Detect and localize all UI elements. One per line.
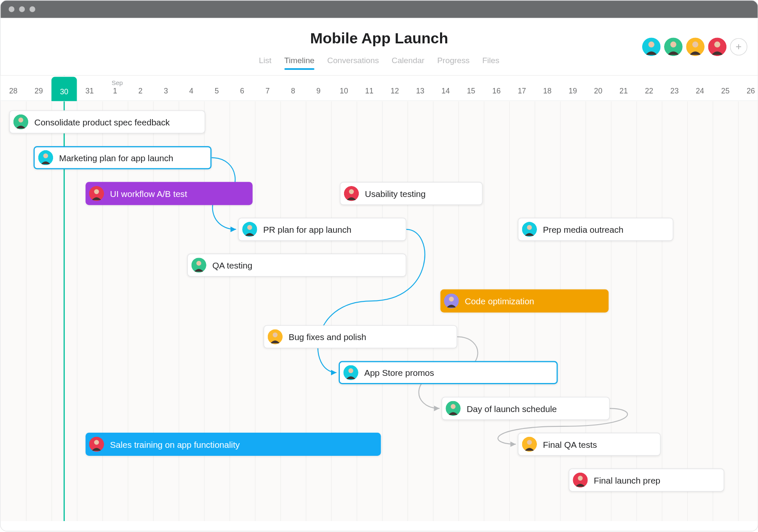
task-label: Sales training on app functionality — [110, 439, 240, 449]
project-members: + — [642, 37, 747, 56]
svg-point-11 — [43, 153, 48, 158]
date-cell[interactable]: 8 — [280, 76, 306, 101]
task-label: Day of launch schedule — [467, 404, 557, 413]
plus-icon: + — [736, 41, 742, 53]
svg-point-9 — [19, 117, 24, 122]
task-label: Code optimization — [465, 296, 534, 306]
month-label: Sep — [112, 79, 123, 86]
date-cell[interactable]: 29 — [26, 76, 51, 101]
date-cell[interactable]: 22 — [636, 76, 662, 101]
add-member-button[interactable]: + — [730, 38, 747, 56]
member-avatar[interactable] — [708, 37, 726, 56]
task-day-launch[interactable]: Day of launch schedule — [442, 397, 610, 420]
task-label: Final QA tests — [543, 439, 597, 449]
tab-files[interactable]: Files — [482, 56, 499, 69]
task-bug-fixes[interactable]: Bug fixes and polish — [264, 325, 457, 348]
assignee-avatar[interactable] — [13, 114, 29, 130]
window-close-icon[interactable] — [9, 6, 15, 12]
task-app-store[interactable]: App Store promos — [339, 361, 558, 384]
tab-conversations[interactable]: Conversations — [327, 56, 379, 69]
date-cell[interactable]: 5 — [204, 76, 229, 101]
window-titlebar — [0, 0, 758, 18]
date-cell[interactable]: 16 — [484, 76, 509, 101]
date-cell-today[interactable]: 30 — [51, 77, 77, 101]
date-cell[interactable]: 17 — [509, 76, 534, 101]
task-label: PR plan for app launch — [263, 224, 351, 234]
member-avatar[interactable] — [642, 37, 661, 56]
window-maximize-icon[interactable] — [29, 6, 35, 12]
assignee-avatar[interactable] — [243, 222, 258, 237]
assignee-avatar[interactable] — [89, 186, 104, 201]
svg-point-19 — [527, 225, 532, 230]
app-window: Mobile App Launch ListTimelineConversati… — [0, 0, 758, 532]
tab-progress[interactable]: Progress — [437, 56, 470, 69]
date-cell[interactable]: 23 — [662, 76, 687, 101]
task-usability[interactable]: Usability testing — [340, 182, 483, 205]
svg-point-15 — [349, 189, 354, 194]
member-avatar[interactable] — [664, 37, 683, 56]
date-cell[interactable]: 19 — [560, 76, 585, 101]
date-cell[interactable]: 25 — [713, 76, 738, 101]
tab-calendar[interactable]: Calendar — [392, 56, 424, 69]
assignee-avatar[interactable] — [522, 222, 537, 237]
date-cell[interactable]: 15 — [458, 76, 483, 101]
assignee-avatar[interactable] — [268, 329, 283, 344]
date-cell[interactable]: 20 — [585, 76, 611, 101]
date-cell[interactable]: 13 — [408, 76, 433, 101]
task-consolidate[interactable]: Consolidate product spec feedback — [9, 110, 205, 133]
date-cell[interactable]: 9 — [306, 76, 331, 101]
svg-point-13 — [94, 189, 99, 194]
date-cell[interactable]: 21 — [611, 76, 636, 101]
assignee-avatar[interactable] — [444, 293, 459, 309]
assignee-avatar[interactable] — [344, 365, 359, 380]
date-cell[interactable]: 11 — [357, 76, 382, 101]
date-cell[interactable]: 24 — [687, 76, 713, 101]
date-cell[interactable]: 4 — [179, 76, 204, 101]
date-cell[interactable]: 18 — [535, 76, 560, 101]
task-marketing[interactable]: Marketing plan for app launch — [34, 146, 212, 169]
task-ui-ab[interactable]: UI workflow A/B test — [86, 182, 253, 205]
timeline-tasks-layer: Consolidate product spec feedbackMarketi… — [0, 76, 758, 521]
task-pr-plan[interactable]: PR plan for app launch — [238, 218, 406, 241]
svg-point-17 — [248, 225, 253, 230]
timeline-view[interactable]: 282930311Sep2345678910111213141516171819… — [0, 76, 758, 521]
svg-point-21 — [197, 261, 202, 266]
task-label: Final launch prep — [594, 475, 660, 485]
svg-point-29 — [451, 404, 456, 409]
date-cell[interactable]: 3 — [153, 76, 179, 101]
task-code-opt[interactable]: Code optimization — [440, 290, 609, 313]
assignee-avatar[interactable] — [446, 401, 461, 416]
date-cell[interactable]: 7 — [255, 76, 280, 101]
task-sales-train[interactable]: Sales training on app functionality — [86, 433, 381, 456]
task-final-qa[interactable]: Final QA tests — [518, 433, 660, 456]
project-header: Mobile App Launch ListTimelineConversati… — [0, 18, 758, 76]
date-cell[interactable]: 2 — [128, 76, 153, 101]
svg-point-35 — [578, 476, 583, 481]
task-final-launch[interactable]: Final launch prep — [569, 468, 724, 492]
task-qa-testing[interactable]: QA testing — [187, 254, 406, 277]
svg-point-27 — [349, 368, 354, 373]
task-label: UI workflow A/B test — [110, 189, 187, 198]
assignee-avatar[interactable] — [573, 473, 588, 488]
date-cell[interactable]: 12 — [382, 76, 407, 101]
tab-timeline[interactable]: Timeline — [284, 56, 315, 69]
member-avatar[interactable] — [686, 37, 705, 56]
assignee-avatar[interactable] — [522, 437, 537, 452]
date-cell[interactable]: 14 — [433, 76, 458, 101]
task-label: QA testing — [212, 260, 252, 270]
assignee-avatar[interactable] — [344, 186, 359, 201]
assignee-avatar[interactable] — [38, 150, 53, 165]
date-cell[interactable]: 28 — [0, 76, 26, 101]
date-cell[interactable]: 10 — [331, 76, 356, 101]
assignee-avatar[interactable] — [89, 437, 104, 452]
task-prep-media[interactable]: Prep media outreach — [518, 218, 673, 241]
date-cell[interactable]: 6 — [230, 76, 255, 101]
assignee-avatar[interactable] — [192, 258, 207, 273]
svg-point-23 — [449, 297, 454, 302]
window-minimize-icon[interactable] — [19, 6, 25, 12]
tab-list[interactable]: List — [259, 56, 272, 69]
task-label: Prep media outreach — [543, 224, 623, 234]
date-cell[interactable]: 31 — [77, 76, 102, 101]
date-cell[interactable]: 26 — [738, 76, 758, 101]
task-label: Consolidate product spec feedback — [35, 117, 170, 127]
